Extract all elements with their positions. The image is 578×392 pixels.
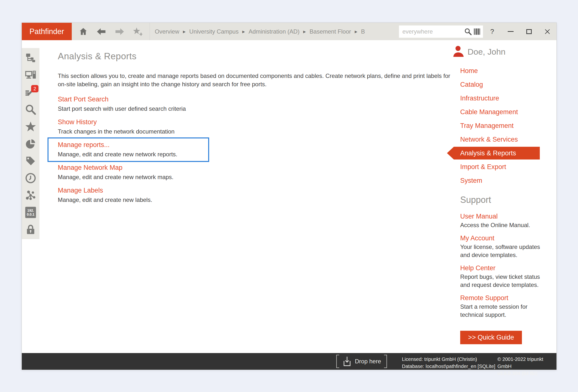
home-button[interactable] <box>79 27 88 36</box>
action-link[interactable]: Manage reports... <box>58 141 455 149</box>
breadcrumb-item[interactable]: B <box>361 28 365 35</box>
drop-download-icon <box>342 356 352 367</box>
topology-icon[interactable] <box>25 190 36 200</box>
section-description: This section allows you to, create and m… <box>58 72 455 89</box>
support-help-center: Help Center Report bugs, view ticket sta… <box>447 264 559 289</box>
support-heading: Support <box>460 195 559 205</box>
forward-button[interactable] <box>115 27 124 36</box>
breadcrumb-item[interactable]: Administration (AD) <box>249 28 299 35</box>
action-desc: Track changes in the network documentati… <box>58 128 455 136</box>
workstation-icon[interactable] <box>25 70 36 80</box>
add-favorite-button[interactable] <box>133 27 142 36</box>
left-icon-rail: 2 192.0.0.1 <box>22 48 40 239</box>
search-box <box>399 25 483 38</box>
version-line: v3.6.0.304 (64 Bit) <box>497 370 556 377</box>
link-start-port-search: Start Port Search Start port search with… <box>58 95 455 113</box>
license-info: Licensed: tripunkt GmbH (Christin) Datab… <box>402 356 495 370</box>
barcode-scan-icon[interactable] <box>474 28 481 36</box>
link-manage-reports: Manage reports... Manage, edit and creat… <box>58 141 455 158</box>
divider <box>150 23 150 40</box>
nav-item-import-export[interactable]: Import & Export <box>447 160 559 174</box>
support-remote-support: Remote Support Start a remote session fo… <box>447 294 559 319</box>
support-my-account: My Account Your license, software update… <box>447 234 559 259</box>
toolbar-icons <box>72 27 142 36</box>
breadcrumb-item[interactable]: Overview <box>155 28 179 35</box>
support-link[interactable]: Help Center <box>460 264 559 272</box>
link-manage-network-map: Manage Network Map Manage, edit and crea… <box>58 163 455 181</box>
nav-item-tray-management[interactable]: Tray Management <box>447 119 559 133</box>
labels-tag-icon[interactable] <box>25 156 36 166</box>
action-link[interactable]: Manage Labels <box>58 186 455 195</box>
database-line: Database: localhost\pathfinder_en [SQLit… <box>402 363 495 370</box>
pathfinder-window: Pathfinder Overview ▶ University Campus … <box>22 23 557 370</box>
support-link[interactable]: User Manual <box>460 212 559 220</box>
support-link[interactable]: My Account <box>460 234 559 242</box>
main-content: Analysis & Reports This section allows y… <box>58 40 455 209</box>
support-desc: Report bugs, view ticket status and requ… <box>460 273 543 289</box>
search-icon[interactable] <box>25 104 36 115</box>
page-title: Analysis & Reports <box>58 51 455 61</box>
security-lock-icon[interactable] <box>25 224 36 235</box>
nav-item-analysis-reports[interactable]: Analysis & Reports <box>454 147 540 159</box>
nav-item-catalog[interactable]: Catalog <box>447 78 559 91</box>
right-nav: Doe, John Home Catalog Infrastructure Ca… <box>447 45 559 344</box>
user-menu[interactable]: Doe, John <box>453 45 559 58</box>
user-avatar-icon <box>453 46 464 58</box>
chevron-right-icon: ▶ <box>242 30 245 34</box>
link-show-history: Show History Track changes in the networ… <box>58 118 455 136</box>
quick-guide-button[interactable]: >> Quick Guide <box>460 331 522 344</box>
action-desc: Manage, edit and create new labels. <box>58 196 455 204</box>
bracket-left-icon <box>336 355 339 368</box>
breadcrumb-item[interactable]: University Campus <box>189 28 239 35</box>
support-user-manual: User Manual Access the Online Manual. <box>447 212 559 229</box>
action-link[interactable]: Show History <box>58 118 455 126</box>
drop-here-label: Drop here <box>355 358 381 365</box>
status-bar: Drop here Licensed: tripunkt GmbH (Chris… <box>22 353 556 370</box>
nav-item-network-services[interactable]: Network & Services <box>447 133 559 146</box>
window-controls: ? <box>483 25 556 38</box>
title-bar: Pathfinder Overview ▶ University Campus … <box>22 23 556 40</box>
breadcrumb: Overview ▶ University Campus ▶ Administr… <box>155 28 365 35</box>
app-logo: Pathfinder <box>22 23 72 40</box>
nav-item-cable-management[interactable]: Cable Management <box>447 105 559 119</box>
close-button[interactable] <box>538 25 556 38</box>
history-clock-icon[interactable] <box>25 173 36 183</box>
nav-item-system[interactable]: System <box>447 174 559 188</box>
main-nav: Home Catalog Infrastructure Cable Manage… <box>447 64 559 188</box>
action-desc: Manage, edit and create new network repo… <box>58 150 455 158</box>
ip-address-icon[interactable]: 192.0.0.1 <box>25 207 36 218</box>
action-desc: Start port search with user defined sear… <box>58 105 455 113</box>
maximize-button[interactable] <box>520 25 538 38</box>
chevron-right-icon: ▶ <box>303 30 306 34</box>
version-info: © 2001-2022 tripunkt GmbH v3.6.0.304 (64… <box>497 356 556 377</box>
support-links: User Manual Access the Online Manual. My… <box>447 212 559 319</box>
minimize-button[interactable] <box>501 25 520 38</box>
copyright-line: © 2001-2022 tripunkt GmbH <box>497 356 556 370</box>
action-link[interactable]: Start Port Search <box>58 95 455 103</box>
favorites-star-icon[interactable] <box>25 122 36 132</box>
back-button[interactable] <box>97 27 106 36</box>
reports-pie-icon[interactable] <box>25 139 36 149</box>
breadcrumb-item[interactable]: Basement Floor <box>310 28 351 35</box>
search-icon[interactable] <box>464 28 472 35</box>
search-input[interactable] <box>402 28 464 35</box>
chevron-right-icon: ▶ <box>183 30 186 34</box>
drop-here-zone[interactable]: Drop here <box>336 353 387 370</box>
nav-item-infrastructure[interactable]: Infrastructure <box>447 91 559 105</box>
action-links: Start Port Search Start port search with… <box>58 95 455 204</box>
notification-badge: 2 <box>31 85 39 92</box>
support-desc: Your license, software updates and devic… <box>460 243 543 259</box>
support-link[interactable]: Remote Support <box>460 294 559 302</box>
action-link[interactable]: Manage Network Map <box>58 163 455 172</box>
bracket-right-icon <box>384 355 387 368</box>
patch-tools-icon[interactable]: 2 <box>25 87 36 98</box>
network-tree-icon[interactable] <box>25 53 36 63</box>
chevron-right-icon: ▶ <box>355 30 357 34</box>
help-button[interactable]: ? <box>483 25 501 38</box>
license-line: Licensed: tripunkt GmbH (Christin) <box>402 356 495 363</box>
action-desc: Manage, edit and create new network maps… <box>58 173 455 181</box>
support-desc: Access the Online Manual. <box>460 221 543 229</box>
nav-item-home[interactable]: Home <box>447 64 559 78</box>
user-name: Doe, John <box>468 47 506 57</box>
link-manage-labels: Manage Labels Manage, edit and create ne… <box>58 186 455 204</box>
